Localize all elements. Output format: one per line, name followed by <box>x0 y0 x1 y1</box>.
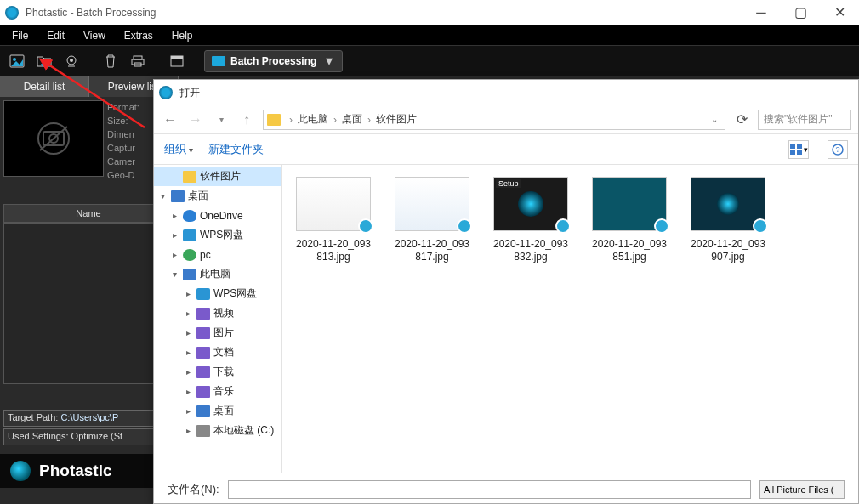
media-icon <box>196 327 210 339</box>
new-folder-button[interactable]: 新建文件夹 <box>208 142 264 157</box>
refresh-button[interactable]: ⟳ <box>732 110 751 129</box>
batch-processing-chip[interactable]: Batch Processing ▾ <box>204 50 343 72</box>
tab-detail-list[interactable]: Detail list <box>0 76 89 97</box>
tree-item[interactable]: ▾桌面 <box>154 186 281 206</box>
chevron-icon[interactable]: ▸ <box>183 289 193 298</box>
search-input[interactable]: 搜索"软件图片" <box>758 110 851 130</box>
svg-rect-16 <box>790 150 795 155</box>
chevron-icon[interactable]: ▸ <box>169 250 179 259</box>
breadcrumb-dropdown[interactable]: ⌄ <box>708 115 721 124</box>
tree-item-label: 本地磁盘 (C:) <box>213 423 274 438</box>
chevron-icon[interactable]: ▸ <box>183 367 193 377</box>
setup-label: Setup <box>496 179 521 188</box>
open-image-button[interactable] <box>5 49 29 73</box>
svg-point-1 <box>13 58 16 61</box>
trash-button[interactable] <box>99 49 122 73</box>
name-column-header[interactable]: Name <box>3 204 174 223</box>
target-path-value[interactable]: C:\Users\pc\P <box>60 412 118 422</box>
tree-item[interactable]: ▸WPS网盘 <box>154 225 281 245</box>
file-item[interactable]: 2020-11-20_093907.jpg <box>688 177 768 263</box>
nav-history-button[interactable]: ▾ <box>212 110 230 129</box>
file-item[interactable]: 2020-11-20_093817.jpg <box>392 177 472 263</box>
brand-footer: Photastic <box>0 454 179 488</box>
file-item[interactable]: Setup2020-11-20_093832.jpg <box>491 177 571 263</box>
breadcrumb-item[interactable]: 软件图片 <box>376 112 417 127</box>
print-button[interactable] <box>126 49 150 73</box>
brand-text: Photastic <box>39 462 112 480</box>
no-image-icon <box>28 118 79 159</box>
window-title: Photastic - Batch Processing <box>26 7 742 19</box>
used-settings-row[interactable]: Used Settings: Optimize (St <box>3 428 178 445</box>
chevron-icon[interactable]: ▸ <box>183 406 193 416</box>
view-mode-button[interactable]: ▾ <box>788 140 809 159</box>
tree-item[interactable]: ▸图片 <box>154 323 281 343</box>
folder-icon <box>267 114 281 126</box>
photastic-badge-icon <box>654 218 669 234</box>
help-button[interactable]: ? <box>828 140 848 159</box>
batch-label: Batch Processing <box>230 55 316 67</box>
chevron-icon[interactable]: ▸ <box>183 328 193 337</box>
webcam-button[interactable] <box>60 49 83 73</box>
breadcrumb[interactable]: › 此电脑 › 桌面 › 软件图片 ⌄ <box>263 110 725 130</box>
tree-item[interactable]: ▸下载 <box>154 362 281 382</box>
tree-item[interactable]: ▸本地磁盘 (C:) <box>154 421 281 440</box>
tree-item[interactable]: ▸桌面 <box>154 401 281 421</box>
tree-item-label: WPS网盘 <box>213 286 257 301</box>
chevron-down-icon[interactable]: ▾ <box>323 53 335 69</box>
chevron-icon[interactable]: ▸ <box>183 387 193 396</box>
menu-edit[interactable]: Edit <box>40 28 71 43</box>
maximize-button[interactable]: ▢ <box>781 0 820 25</box>
chevron-icon[interactable]: ▾ <box>157 191 168 201</box>
organize-menu[interactable]: 组织 <box>164 142 193 157</box>
window-button[interactable] <box>165 49 189 73</box>
menu-file[interactable]: File <box>5 28 35 43</box>
svg-text:?: ? <box>835 145 839 154</box>
tree-item[interactable]: 软件图片 <box>154 167 281 186</box>
file-item[interactable]: 2020-11-20_093813.jpg <box>293 177 373 263</box>
photastic-badge-icon <box>358 218 373 234</box>
menu-view[interactable]: View <box>77 28 112 43</box>
tree-item[interactable]: ▸pc <box>154 245 281 264</box>
tree-item[interactable]: ▸音乐 <box>154 382 281 401</box>
used-settings-value: Optimize (St <box>71 431 123 441</box>
filename-input[interactable] <box>228 480 751 499</box>
menu-extras[interactable]: Extras <box>117 28 160 43</box>
tree-item[interactable]: ▸文档 <box>154 343 281 362</box>
dialog-titlebar: 打开 <box>154 80 858 105</box>
chevron-icon[interactable]: ▸ <box>183 309 193 318</box>
file-name: 2020-11-20_093832.jpg <box>491 238 571 263</box>
open-folder-button[interactable] <box>32 49 56 73</box>
breadcrumb-item[interactable]: 桌面 <box>342 112 362 127</box>
media-icon <box>196 347 210 359</box>
chevron-icon[interactable]: ▸ <box>183 426 193 435</box>
chevron-icon[interactable]: ▸ <box>169 211 179 220</box>
folder-icon <box>183 171 196 183</box>
folder-tree[interactable]: 软件图片▾桌面▸OneDrive▸WPS网盘▸pc▾此电脑▸WPS网盘▸视频▸图… <box>154 165 282 473</box>
chevron-icon[interactable]: ▸ <box>169 230 179 240</box>
nav-up-button[interactable]: ↑ <box>237 110 256 129</box>
tree-item[interactable]: ▸OneDrive <box>154 206 281 225</box>
brand-icon <box>10 461 31 481</box>
target-path-row[interactable]: Target Path: C:\Users\pc\P <box>3 410 178 427</box>
file-grid[interactable]: 2020-11-20_093813.jpg2020-11-20_093817.j… <box>282 165 858 473</box>
nav-forward-button[interactable]: → <box>186 110 205 129</box>
dialog-nav: ← → ▾ ↑ › 此电脑 › 桌面 › 软件图片 ⌄ ⟳ 搜索"软件图片" <box>154 105 858 134</box>
tree-item-label: 桌面 <box>213 404 234 418</box>
nav-back-button[interactable]: ← <box>161 110 179 129</box>
file-filter-select[interactable]: All Picture Files ( <box>759 480 845 499</box>
chevron-icon[interactable]: ▾ <box>169 269 179 279</box>
file-item[interactable]: 2020-11-20_093851.jpg <box>589 177 669 263</box>
dialog-toolbar: 组织 新建文件夹 ▾ ? <box>154 134 858 165</box>
menu-help[interactable]: Help <box>165 28 200 43</box>
tree-item[interactable]: ▸WPS网盘 <box>154 284 281 303</box>
user-icon <box>183 249 196 261</box>
breadcrumb-item[interactable]: 此电脑 <box>298 112 328 127</box>
chevron-icon[interactable]: ▸ <box>183 348 193 357</box>
tree-item[interactable]: ▾此电脑 <box>154 264 281 284</box>
minimize-button[interactable]: ─ <box>742 0 781 25</box>
photastic-badge-icon <box>457 218 472 234</box>
close-button[interactable]: ✕ <box>820 0 859 25</box>
tree-item[interactable]: ▸视频 <box>154 303 281 323</box>
tree-item-label: 下载 <box>213 365 234 379</box>
target-path-label: Target Path: <box>8 412 58 422</box>
